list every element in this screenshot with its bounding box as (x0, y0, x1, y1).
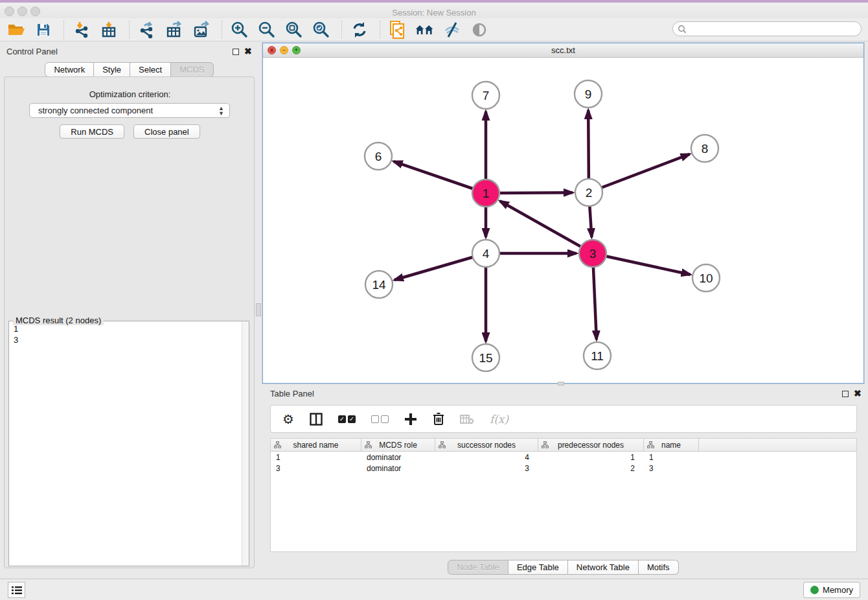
run-mcds-button[interactable]: Run MCDS (60, 124, 124, 139)
toolbar-search[interactable] (672, 21, 862, 36)
close-panel-button[interactable]: Close panel (133, 124, 200, 139)
graph-node-label: 10 (699, 271, 713, 285)
graph-node-label: 8 (702, 142, 709, 156)
tab-network-table[interactable]: Network Table (568, 560, 639, 575)
result-scrollbar[interactable] (242, 321, 249, 566)
import-table-button[interactable] (99, 20, 119, 40)
graph-node-label: 6 (375, 150, 382, 163)
unselect-all-columns-icon[interactable] (371, 415, 389, 423)
criterion-dropdown[interactable]: strongly connected component ▲▼ (29, 103, 230, 118)
network-frame-title: scc.txt (263, 43, 863, 57)
import-network-icon (73, 21, 91, 39)
import-network-button[interactable] (72, 20, 91, 40)
tab-style[interactable]: Style (94, 62, 130, 77)
graph-node-8[interactable]: 8 (691, 135, 718, 162)
graph-node-14[interactable]: 14 (365, 271, 393, 298)
table-panel-tabs: Node TableEdge TableNetwork TableMotifs (262, 560, 864, 575)
network-canvas[interactable]: 7968124314101511 (263, 58, 863, 383)
zoom-selected-button[interactable] (312, 20, 331, 40)
zoom-out-button[interactable] (257, 20, 277, 40)
graph-node-11[interactable]: 11 (584, 342, 611, 369)
frame-maximize-icon[interactable]: + (292, 46, 301, 54)
column-header-label: successor nodes (457, 441, 516, 450)
table-panel-close-icon[interactable]: ✖ (854, 388, 862, 398)
graph-node-label: 2 (586, 186, 593, 200)
graph-node-2[interactable]: 2 (575, 179, 602, 206)
result-line: 3 (14, 334, 236, 345)
task-history-button[interactable] (8, 582, 25, 598)
column-header-shared-name[interactable]: shared name (271, 439, 361, 451)
export-network-icon (138, 21, 156, 39)
add-column-plus-icon[interactable] (404, 413, 417, 426)
refresh-button[interactable] (350, 20, 369, 40)
zoom-fit-button[interactable] (284, 20, 304, 40)
open-folder-icon (7, 22, 25, 38)
graph-edge-1-6[interactable] (394, 161, 486, 193)
toolbar-separator (341, 21, 342, 39)
dropdown-stepper-icon: ▲▼ (218, 106, 224, 116)
graph-node-10[interactable]: 10 (692, 264, 720, 292)
table-cell: 3 (435, 464, 538, 473)
column-header-label: shared name (293, 441, 338, 450)
delete-table-icon-disabled (460, 414, 474, 424)
zoom-out-icon (258, 21, 276, 39)
zoom-in-button[interactable] (230, 20, 249, 40)
tab-edge-table[interactable]: Edge Table (508, 560, 568, 575)
table-cell: dominator (361, 464, 435, 473)
panel-splitter-handle[interactable] (256, 303, 261, 316)
graph-node-6[interactable]: 6 (365, 143, 392, 170)
open-session-button[interactable] (6, 20, 26, 40)
column-header-predecessor-nodes[interactable]: predecessor nodes (538, 439, 644, 451)
tab-node-table[interactable]: Node Table (448, 560, 508, 575)
column-header-successor-nodes[interactable]: successor nodes (435, 439, 538, 451)
tab-select[interactable]: Select (130, 62, 171, 77)
home-button[interactable] (415, 20, 435, 40)
export-image-button[interactable] (192, 20, 211, 40)
graph-edge-2-8[interactable] (589, 154, 690, 192)
window-titlebar: Session: New Session (0, 3, 868, 18)
graph-edge-3-1[interactable] (500, 201, 593, 253)
function-builder-icon-disabled: f(x) (490, 413, 508, 426)
graph-edge-3-10[interactable] (593, 253, 691, 275)
graph-node-1[interactable]: 1 (472, 179, 499, 207)
graph-node-3[interactable]: 3 (579, 240, 606, 267)
frame-close-icon[interactable]: x (268, 46, 276, 54)
search-input[interactable] (687, 23, 861, 35)
column-header-name[interactable]: name (644, 439, 699, 451)
hide-selected-button[interactable] (442, 20, 462, 40)
tab-mcds[interactable]: MCDS (171, 62, 213, 77)
tab-network[interactable]: Network (45, 62, 94, 77)
graph-node-15[interactable]: 15 (472, 344, 499, 371)
zoom-selected-icon (312, 21, 330, 39)
graph-node-label: 15 (479, 351, 492, 365)
network-frame-titlebar[interactable]: x – + scc.txt (263, 43, 863, 58)
save-icon (36, 22, 51, 38)
save-session-button[interactable] (34, 20, 53, 40)
memory-label: Memory (823, 585, 853, 595)
show-columns-icon[interactable] (310, 413, 323, 426)
table-panel-float-icon[interactable] (842, 391, 849, 397)
frame-minimize-icon[interactable]: – (280, 46, 288, 54)
memory-button[interactable]: Memory (803, 582, 860, 598)
column-header-MCDS-role[interactable]: MCDS role (361, 439, 435, 451)
export-table-button[interactable] (165, 20, 184, 40)
network-graph[interactable]: 7968124314101511 (263, 58, 863, 383)
table-row[interactable]: 3dominator323 (271, 463, 856, 474)
show-all-button[interactable] (470, 20, 489, 40)
control-panel-close-icon[interactable]: ✖ (244, 46, 252, 56)
control-panel-float-icon[interactable] (233, 49, 239, 55)
graph-node-9[interactable]: 9 (575, 80, 602, 108)
mcds-result-list[interactable]: 13 (9, 321, 241, 566)
main-toolbar (0, 18, 868, 41)
graph-node-4[interactable]: 4 (472, 240, 499, 267)
network-from-file-button[interactable] (388, 20, 407, 40)
table-settings-gear-icon[interactable]: ⚙ (282, 411, 294, 427)
table-cell: 1 (644, 453, 699, 462)
delete-trash-icon[interactable] (433, 412, 444, 426)
table-row[interactable]: 1dominator411 (271, 452, 856, 463)
tab-motifs[interactable]: Motifs (639, 560, 679, 575)
control-panel-title: Control Panel (6, 47, 58, 56)
export-network-button[interactable] (137, 20, 157, 40)
select-all-columns-icon[interactable]: ✓✓ (338, 415, 356, 423)
graph-node-7[interactable]: 7 (472, 82, 499, 109)
